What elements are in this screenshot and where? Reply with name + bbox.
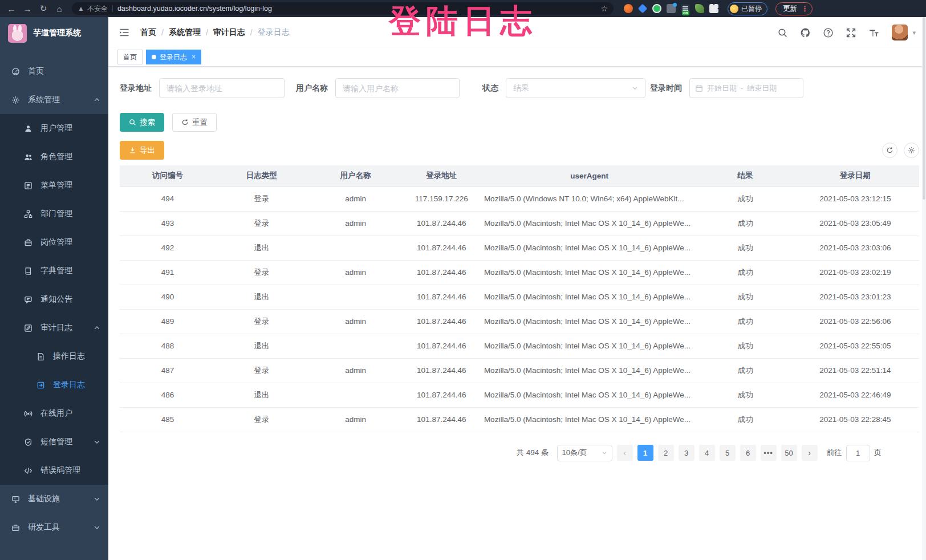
- column-header: 访问编号: [120, 165, 216, 186]
- profile-avatar-icon: [730, 5, 738, 13]
- back-icon[interactable]: ←: [5, 2, 18, 15]
- github-icon[interactable]: [799, 27, 811, 38]
- sidebar-item-post[interactable]: 岗位管理: [0, 228, 108, 257]
- goto-page-input[interactable]: [846, 445, 870, 461]
- status-select[interactable]: 结果: [506, 78, 645, 98]
- sidebar-item-role[interactable]: 角色管理: [0, 143, 108, 171]
- login-address-input[interactable]: [159, 78, 285, 98]
- username-input[interactable]: [335, 78, 460, 98]
- tag-close-icon[interactable]: ×: [192, 53, 196, 61]
- page-button[interactable]: 50: [781, 445, 797, 461]
- page-size-value: 10条/页: [562, 448, 587, 458]
- breadcrumb-item-audit[interactable]: 审计日志: [213, 27, 245, 38]
- sidebar-item-dept[interactable]: 部门管理: [0, 200, 108, 228]
- extension-orange-icon[interactable]: [624, 4, 633, 13]
- column-settings-button[interactable]: [904, 143, 919, 158]
- goto-page: 前往 页: [827, 445, 882, 461]
- sidebar-item-label: 部门管理: [40, 209, 100, 219]
- table-cell: 2021-05-03 22:51:14: [791, 358, 919, 383]
- page-button[interactable]: 3: [679, 445, 695, 461]
- table-cell: 101.87.244.46: [404, 236, 480, 260]
- extension-blue-gem-icon[interactable]: [638, 4, 648, 14]
- sidebar-item-system[interactable]: 系统管理: [0, 86, 108, 114]
- table-cell: 退出: [216, 236, 307, 260]
- breadcrumb-item-system[interactable]: 系统管理: [169, 27, 201, 38]
- table-cell: 101.87.244.46: [404, 383, 480, 407]
- user-avatar[interactable]: [892, 25, 908, 40]
- extension-green-icon[interactable]: [652, 4, 661, 13]
- goto-suffix: 页: [874, 448, 882, 458]
- sidebar-item-login-log[interactable]: 登录日志: [0, 371, 108, 399]
- table-cell: admin: [307, 211, 403, 236]
- table-cell: 成功: [699, 383, 791, 407]
- sidebar-item-label: 操作日志: [53, 351, 100, 362]
- tag-home[interactable]: 首页: [117, 50, 143, 64]
- next-page-button[interactable]: ›: [802, 445, 818, 461]
- reset-button[interactable]: 重置: [172, 113, 217, 132]
- reload-icon[interactable]: ↻: [36, 2, 50, 15]
- export-button-label: 导出: [140, 145, 155, 156]
- sidebar-item-devtools[interactable]: 研发工具: [0, 513, 108, 542]
- font-size-icon[interactable]: [868, 27, 879, 38]
- refresh-table-button[interactable]: [882, 143, 897, 158]
- collapse-sidebar-icon[interactable]: [119, 27, 130, 38]
- sidebar-logo-row[interactable]: 芋道管理系统: [0, 17, 108, 49]
- page-size-select[interactable]: 10条/页: [557, 445, 612, 461]
- sidebar-item-online-user[interactable]: 在线用户: [0, 399, 108, 428]
- search-icon[interactable]: [777, 27, 788, 38]
- bookmark-star-icon[interactable]: ☆: [600, 4, 608, 13]
- browser-profile-paused-pill[interactable]: 已暂停: [728, 2, 767, 15]
- browser-update-button[interactable]: 更新 ⋮: [775, 2, 813, 15]
- tag-login-log[interactable]: 登录日志 ×: [146, 50, 201, 64]
- table-row: 494登录admin117.159.17.226Mozilla/5.0 (Win…: [120, 186, 919, 211]
- infra-icon: [11, 495, 20, 504]
- table-cell: 117.159.17.226: [404, 186, 480, 211]
- table-cell: 登录: [216, 186, 307, 211]
- breadcrumb-item-home[interactable]: 首页: [140, 27, 156, 38]
- table-cell: 成功: [699, 358, 791, 383]
- prev-page-button[interactable]: ‹: [617, 445, 633, 461]
- sidebar-item-menu[interactable]: 菜单管理: [0, 171, 108, 200]
- sidebar-item-home[interactable]: 首页: [0, 57, 108, 86]
- settings-icon: [908, 147, 915, 154]
- forward-icon[interactable]: →: [21, 2, 34, 15]
- refresh-icon: [181, 119, 189, 126]
- sidebar-item-user[interactable]: 用户管理: [0, 114, 108, 143]
- sidebar-item-sms[interactable]: 短信管理: [0, 428, 108, 456]
- sidebar-item-dict[interactable]: 字典管理: [0, 257, 108, 285]
- breadcrumb-separator: /: [206, 28, 208, 37]
- more-pages-icon[interactable]: •••: [761, 445, 777, 461]
- sidebar-item-label: 通知公告: [40, 294, 100, 305]
- browser-menu-icon[interactable]: ⋮: [801, 5, 809, 13]
- page-button[interactable]: 2: [658, 445, 674, 461]
- page-button[interactable]: 1: [637, 445, 653, 461]
- sidebar-item-notice[interactable]: 通知公告: [0, 285, 108, 314]
- fullscreen-icon[interactable]: [845, 27, 856, 38]
- extension-list-icon[interactable]: on: [681, 4, 690, 13]
- table-cell: 2021-05-03 22:46:49: [791, 383, 919, 407]
- sidebar-item-infra[interactable]: 基础设施: [0, 485, 108, 513]
- page-scrollbar[interactable]: [922, 17, 926, 560]
- scrollbar-thumb[interactable]: [923, 17, 925, 200]
- sidebar-item-audit-log[interactable]: 审计日志: [0, 314, 108, 342]
- page-button[interactable]: 6: [740, 445, 756, 461]
- page-button[interactable]: 4: [699, 445, 715, 461]
- sidebar-item-operate-log[interactable]: 操作日志: [0, 342, 108, 371]
- sidebar-item-label: 审计日志: [40, 323, 86, 333]
- table-cell: 488: [120, 334, 216, 358]
- home-icon[interactable]: ⌂: [52, 2, 66, 15]
- search-button[interactable]: 搜索: [120, 113, 164, 132]
- extension-sprout-icon[interactable]: [695, 4, 704, 13]
- sidebar-item-error-code[interactable]: 错误码管理: [0, 456, 108, 485]
- login-time-range-picker[interactable]: 开始日期 - 结束日期: [689, 78, 803, 98]
- table-cell: 登录: [216, 260, 307, 285]
- page-button[interactable]: 5: [720, 445, 736, 461]
- not-secure-label: 不安全: [87, 4, 108, 14]
- help-icon[interactable]: [822, 27, 834, 38]
- extensions-puzzle-icon[interactable]: [709, 4, 718, 13]
- extension-grid-icon[interactable]: [667, 4, 676, 13]
- table-cell: 成功: [699, 236, 791, 260]
- export-button[interactable]: 导出: [120, 141, 164, 160]
- table-cell: 登录: [216, 309, 307, 334]
- avatar-caret-down-icon[interactable]: ▾: [912, 29, 916, 36]
